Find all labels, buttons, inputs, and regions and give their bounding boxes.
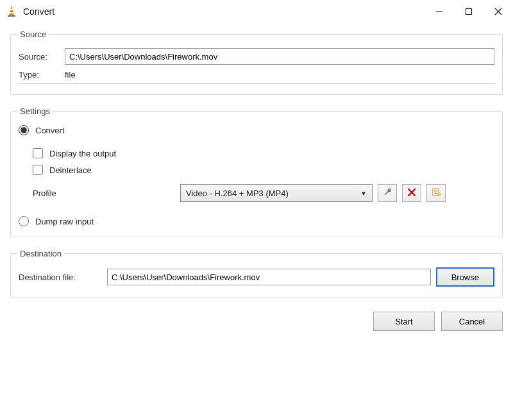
vlc-cone-icon (5, 5, 18, 18)
destination-legend: Destination (17, 249, 64, 258)
deinterlace-label: Deinterlace (49, 165, 92, 175)
window-controls (425, 0, 513, 23)
minimize-button[interactable] (425, 0, 454, 23)
type-value: file (65, 70, 76, 80)
display-output-checkbox[interactable] (33, 148, 43, 158)
edit-profile-button[interactable] (378, 184, 397, 202)
profile-select[interactable]: Video - H.264 + MP3 (MP4) ▼ (180, 184, 373, 202)
deinterlace-checkbox[interactable] (33, 165, 43, 175)
source-input[interactable] (65, 48, 494, 65)
wrench-icon (383, 187, 392, 199)
svg-rect-2 (10, 12, 14, 13)
window-title: Convert (23, 6, 55, 17)
svg-rect-5 (466, 9, 472, 15)
display-output-label: Display the output (49, 149, 116, 158)
chevron-down-icon: ▼ (360, 190, 367, 197)
type-label: Type: (19, 70, 65, 80)
svg-rect-3 (8, 15, 15, 17)
svg-marker-0 (9, 6, 14, 16)
divider (19, 83, 494, 84)
display-output-check-row[interactable]: Display the output (33, 148, 494, 158)
profile-label: Profile (33, 189, 180, 198)
deinterlace-check-row[interactable]: Deinterlace (33, 165, 494, 175)
dump-raw-label: Dump raw input (35, 217, 94, 226)
browse-button[interactable]: Browse (436, 267, 494, 287)
delete-profile-button[interactable] (402, 184, 421, 202)
cancel-button[interactable]: Cancel (441, 312, 503, 331)
new-profile-icon (432, 187, 441, 199)
dump-raw-radio-row[interactable]: Dump raw input (19, 216, 494, 226)
convert-radio-label: Convert (35, 126, 65, 135)
settings-legend: Settings (17, 106, 53, 116)
convert-radio[interactable] (19, 125, 29, 135)
convert-radio-row[interactable]: Convert (19, 125, 494, 135)
close-button[interactable] (484, 0, 513, 23)
profile-select-value: Video - H.264 + MP3 (MP4) (186, 189, 289, 198)
source-legend: Source (17, 29, 49, 39)
titlebar: Convert (0, 0, 513, 23)
new-profile-button[interactable] (426, 184, 446, 202)
source-label: Source: (19, 52, 65, 62)
start-button[interactable]: Start (373, 312, 435, 331)
svg-point-12 (437, 193, 441, 196)
svg-rect-1 (10, 9, 13, 10)
source-group: Source Source: Type: file (10, 29, 503, 95)
dump-raw-radio[interactable] (19, 216, 29, 226)
destination-group: Destination Destination file: Browse (10, 249, 503, 298)
settings-group: Settings Convert Display the output Dein… (10, 106, 503, 237)
dialog-footer: Start Cancel (0, 309, 513, 331)
destination-label: Destination file: (19, 273, 102, 282)
destination-input[interactable] (107, 269, 431, 285)
maximize-button[interactable] (454, 0, 484, 23)
x-icon (407, 188, 416, 199)
